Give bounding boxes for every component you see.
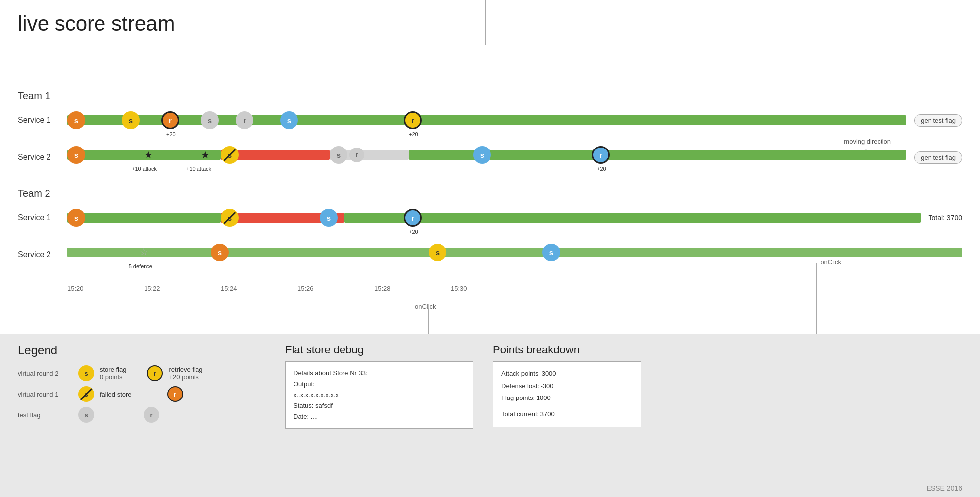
vertical-divider xyxy=(485,0,486,45)
team2-service1-label: Service 1 xyxy=(18,213,67,222)
star-filled-1: ★ xyxy=(144,149,153,161)
legend-circle-crossed-s: s xyxy=(78,386,94,402)
flat-store-box: Details about Store Nr 33: Output: x..x.… xyxy=(285,361,473,429)
circle-s-orange-t2s1[interactable]: s xyxy=(67,209,85,227)
circle-s-gray-1[interactable]: s xyxy=(201,111,219,129)
circle-crossed-s-t2s1[interactable]: s xyxy=(221,209,239,227)
esse-label: ESSE 2016 xyxy=(927,484,962,492)
circle-r-blue-outline-t1s2[interactable]: r xyxy=(592,146,610,164)
team2-service2-label: Service 2 xyxy=(18,250,67,259)
label-attack-1: +10 attack xyxy=(132,166,157,172)
legend-vr2-label: virtual round 2 xyxy=(18,370,72,377)
star-filled-2: ★ xyxy=(201,149,210,161)
team1-service1-label: Service 1 xyxy=(18,116,67,125)
circle-r-gray-t1s2[interactable]: r xyxy=(349,148,364,162)
flat-store-section: Flat store debug Details about Store Nr … xyxy=(285,344,473,487)
team2-service2-row: Service 2 ☆ -5 defence s s s xyxy=(18,238,962,272)
circle-s-blue-1[interactable]: s xyxy=(280,111,298,129)
legend-circle-s-yellow: s xyxy=(78,365,94,381)
flat-store-details: Details about Store Nr 33: xyxy=(294,368,465,379)
circle-r-yellow-1[interactable]: r xyxy=(404,111,422,129)
label-attack-2: +10 attack xyxy=(186,166,211,172)
points-breakdown-title: Points breakdown xyxy=(493,344,641,356)
legend-failed-store-label: failed store xyxy=(100,391,132,398)
gen-test-flag-btn-t1s1[interactable]: gen test flag xyxy=(914,114,962,127)
legend-vr1-label: virtual round 1 xyxy=(18,391,72,398)
t2s1-track-green2 xyxy=(344,213,921,223)
team1-service1-track: s s r +20 s r s r +20 xyxy=(67,109,906,131)
team2-service1-row: Service 1 s s s r +20 Total: 3700 xyxy=(18,203,962,233)
circle-s-orange-t1s2[interactable]: s xyxy=(67,146,85,164)
circle-r-gray-1[interactable]: r xyxy=(236,111,253,129)
circle-s-yellow-1[interactable]: s xyxy=(122,111,140,129)
timeline-label-1524: 15:24 xyxy=(221,285,237,292)
page-title: live score stream xyxy=(0,0,980,41)
main-content: moving direction ← Team 1 Service 1 s s … xyxy=(0,90,980,292)
circle-s-orange-1[interactable]: s xyxy=(67,111,85,129)
timeline: 15:20 15:22 15:24 15:26 15:28 15:30 xyxy=(67,277,962,292)
team2-section: Team 2 Service 1 s s s r +20 xyxy=(18,188,962,292)
circle-r-orange-1[interactable]: r xyxy=(161,111,179,129)
legend-test-label: test flag xyxy=(18,411,72,419)
team1-section: Team 1 Service 1 s s r +20 s r s xyxy=(18,90,962,175)
circle-s-blue-t2s2[interactable]: s xyxy=(542,244,560,261)
total-label-t2s1: Total: 3700 xyxy=(929,214,963,222)
legend-circle-r-orange: r xyxy=(167,386,183,402)
circle-s-blue-t2s1[interactable]: s xyxy=(320,209,338,227)
circle-s-blue-t1s2[interactable]: s xyxy=(473,146,491,164)
flat-store-title: Flat store debug xyxy=(285,344,473,356)
circle-r-blue-outline-t2s1[interactable]: r xyxy=(404,209,422,227)
legend-title: Legend xyxy=(18,344,265,357)
team1-service2-label: Service 2 xyxy=(18,153,67,162)
t2s2-track-green xyxy=(67,248,962,257)
points-breakdown-box: Attack points: 3000 Defense lost: -300 F… xyxy=(493,361,641,427)
circle-s-gray-t1s2[interactable]: s xyxy=(330,146,347,164)
onclick-label-1: onClick xyxy=(415,303,436,310)
legend-circle-s-gray: s xyxy=(78,407,94,423)
legend-store-flag-label: store flag xyxy=(100,366,126,373)
points-total: Total current: 3700 xyxy=(501,408,633,421)
timeline-label-1522: 15:22 xyxy=(144,285,160,292)
points-attack: Attack points: 3000 xyxy=(501,368,633,380)
team1-service2-track: s ★ +10 attack ★ +10 attack s s r s r +2… xyxy=(67,144,906,171)
legend-row-vr1: virtual round 1 s failed store r xyxy=(18,386,265,402)
legend-retrieve-flag-label: retrieve flag xyxy=(169,366,202,373)
points-flag: Flag points: 1000 xyxy=(501,392,633,404)
points-defense: Defense lost: -300 xyxy=(501,380,633,393)
flat-store-date: Date: .... xyxy=(294,411,465,422)
label-plus20-t2s1: +20 xyxy=(409,229,418,235)
label-plus20-2: +20 xyxy=(409,131,418,137)
legend-row-test: test flag s r xyxy=(18,407,265,423)
team2-label: Team 2 xyxy=(18,188,962,199)
timeline-label-1530: 15:30 xyxy=(451,285,467,292)
bottom-panel: Legend virtual round 2 s store flag 0 po… xyxy=(0,334,980,497)
t2s1-track-green1 xyxy=(67,213,221,223)
onclick-label-2: onClick xyxy=(820,258,841,266)
legend-circle-r-yellow: r xyxy=(147,365,163,381)
gen-test-flag-btn-t1s2[interactable]: gen test flag xyxy=(914,151,962,164)
flat-store-status: Status: safsdf xyxy=(294,400,465,411)
circle-s-orange-t2s2[interactable]: s xyxy=(211,244,229,261)
track-green-full xyxy=(67,115,906,125)
label-defence-t2s2: -5 defence xyxy=(127,263,152,269)
legend-desc-store: store flag 0 points xyxy=(100,366,126,381)
team1-label: Team 1 xyxy=(18,90,962,101)
flat-store-output-label: Output: xyxy=(294,379,465,390)
timeline-label-1526: 15:26 xyxy=(297,285,314,292)
star-outline-t2s2: ☆ xyxy=(139,246,148,258)
legend-circle-r-gray: r xyxy=(144,407,159,423)
label-plus20-t1s2: +20 xyxy=(597,166,606,172)
legend-row-vr2: virtual round 2 s store flag 0 points r … xyxy=(18,365,265,381)
circle-s-yellow-t2s2[interactable]: s xyxy=(429,244,446,261)
legend-section: Legend virtual round 2 s store flag 0 po… xyxy=(18,344,265,487)
team2-service1-track: s s s r +20 xyxy=(67,207,921,229)
flat-store-output-value: x..x.x.x.x.x.x.x.x xyxy=(294,390,465,400)
points-breakdown-section: Points breakdown Attack points: 3000 Def… xyxy=(493,344,641,487)
legend-store-pts-label: 0 points xyxy=(100,373,126,381)
circle-crossed-s-t1s2[interactable]: s xyxy=(221,146,239,164)
team1-service1-row: Service 1 s s r +20 s r s r +2 xyxy=(18,105,962,135)
timeline-label-1520: 15:20 xyxy=(67,285,84,292)
label-plus20-1: +20 xyxy=(166,131,176,137)
legend-retrieve-pts-label: +20 points xyxy=(169,373,202,381)
team1-service2-row: Service 2 s ★ +10 attack ★ +10 attack xyxy=(18,140,962,175)
